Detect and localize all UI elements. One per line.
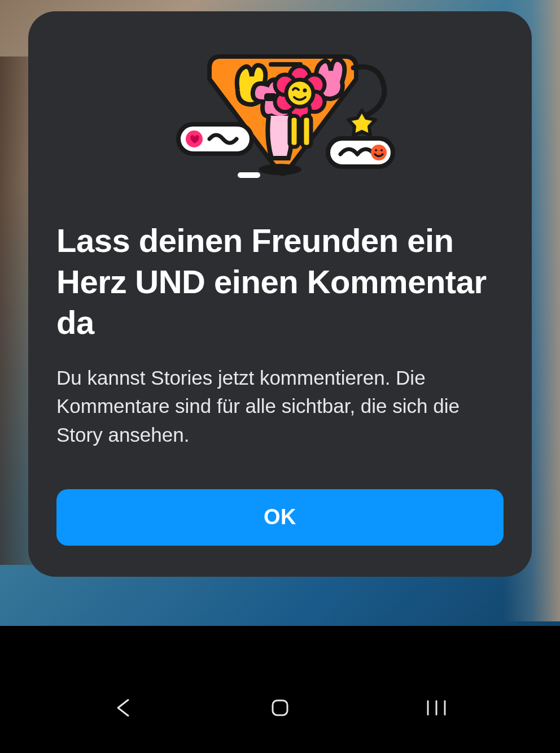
svg-rect-21 [238,172,260,178]
svg-point-20 [380,149,383,151]
recents-button[interactable] [403,691,470,725]
android-navigation-bar [0,668,560,753]
svg-point-4 [259,164,301,175]
home-icon [270,698,290,718]
illustration-container [56,40,504,186]
svg-rect-22 [273,700,287,715]
recents-icon [425,698,448,718]
svg-rect-14 [302,116,311,147]
svg-point-12 [303,89,307,93]
story-comments-illustration-icon [159,40,401,186]
svg-rect-13 [290,116,299,147]
dialog-body-text: Du kannst Stories jetzt kommentieren. Di… [56,364,504,450]
feature-announcement-dialog: Lass deinen Freunden ein Herz UND einen … [28,11,532,577]
bottom-black-strip [0,626,560,668]
svg-point-19 [375,149,377,151]
ok-button[interactable]: OK [56,489,504,546]
home-button[interactable] [246,691,314,725]
svg-point-11 [286,80,313,107]
svg-point-18 [371,145,387,160]
back-icon [113,698,134,718]
back-button[interactable] [90,691,158,725]
dialog-title: Lass deinen Freunden ein Herz UND einen … [56,220,504,343]
